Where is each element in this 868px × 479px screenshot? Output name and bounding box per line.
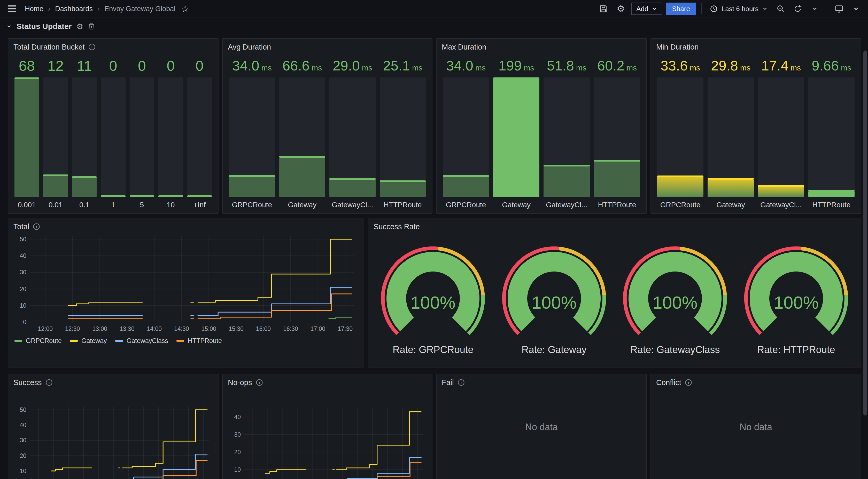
breadcrumb-home[interactable]: Home — [25, 5, 43, 13]
page-scrollbar[interactable] — [863, 50, 867, 415]
panel-title[interactable]: Success Rate — [374, 223, 420, 231]
bar-gauge-value: 34.0ms — [229, 58, 275, 74]
value-number: 60.2 — [597, 58, 624, 73]
bar-gauge-bar[interactable] — [708, 77, 754, 197]
value-number: 34.0 — [232, 58, 259, 73]
panel-title[interactable]: No-ops — [228, 378, 252, 387]
bar-gauge-bar[interactable] — [493, 77, 539, 197]
time-series-chart[interactable]: 12:0012:3013:0013:3014:0014:3015:0015:30… — [14, 390, 213, 479]
x-axis-tick: 16:30 — [283, 326, 298, 332]
row-title[interactable]: Status Updater — [17, 22, 71, 31]
bar-gauge-bar[interactable] — [758, 77, 804, 197]
dashboard-settings-gear-icon[interactable]: ⚙ — [614, 2, 627, 15]
legend-item-httproute[interactable]: HTTPRoute — [177, 337, 222, 345]
legend-label: Gateway — [82, 337, 107, 345]
value-unit: ms — [790, 64, 801, 72]
chart-area: 12:0012:3013:0013:3014:0014:3015:0015:30… — [223, 389, 432, 479]
panel-title[interactable]: Min Duration — [656, 43, 699, 52]
row-collapse-chevron-icon[interactable] — [6, 24, 12, 29]
y-axis-tick: 10 — [234, 466, 241, 473]
panel-title[interactable]: Max Duration — [442, 43, 486, 52]
top-nav: Home › Dashboards › Envoy Gateway Global… — [0, 0, 868, 18]
bar-gauge-bar[interactable] — [101, 77, 125, 197]
legend-item-gateway[interactable]: Gateway — [70, 337, 107, 345]
legend-color-swatch — [177, 340, 184, 342]
bar-gauge-bar[interactable] — [187, 77, 212, 197]
bar-gauge-bar[interactable] — [544, 77, 590, 197]
share-button[interactable]: Share — [666, 3, 696, 15]
info-icon[interactable] — [88, 43, 96, 50]
toolbar-divider — [702, 3, 702, 14]
bar-gauge-value: 0 — [101, 57, 125, 74]
bar-gauge-value: 12 — [43, 57, 68, 74]
breadcrumb-dashboards[interactable]: Dashboards — [55, 5, 93, 13]
bar-gauge-bar[interactable] — [158, 77, 183, 197]
bar-gauge-bar[interactable] — [594, 77, 640, 197]
y-axis-tick: 10 — [20, 468, 26, 474]
info-icon[interactable] — [458, 379, 465, 386]
time-series-chart[interactable]: 12:0012:3013:0013:3014:0014:3015:0015:30… — [229, 390, 427, 479]
panel-header: Total — [8, 218, 364, 233]
info-icon[interactable] — [33, 223, 40, 230]
toolbar-divider — [827, 3, 827, 14]
row-delete-trash-icon[interactable] — [88, 23, 95, 30]
bar-cap — [43, 174, 68, 176]
y-axis-tick: 40 — [234, 414, 241, 420]
panel-header: Success Rate — [368, 218, 861, 233]
breadcrumb-separator: › — [48, 5, 51, 13]
collapse-toolbar-chevron-icon[interactable] — [849, 2, 863, 15]
panel-header: Conflict — [651, 374, 861, 389]
bar-gauge-bar[interactable] — [808, 77, 855, 197]
row-header-status-updater: Status Updater ⚙ — [6, 20, 95, 33]
gauge-arc: 100% — [378, 244, 488, 339]
gauge-rate-httproute: 100%Rate: HTTPRoute — [736, 244, 857, 355]
info-icon[interactable] — [256, 379, 263, 386]
info-icon[interactable] — [45, 379, 53, 386]
row-settings-gear-icon[interactable]: ⚙ — [76, 22, 83, 31]
value-number: 29.8 — [711, 58, 738, 73]
chart-area: 12:0012:3013:0013:3014:0014:3015:0015:30… — [8, 233, 364, 335]
menu-icon[interactable] — [5, 2, 19, 15]
bar-label: 1 — [101, 201, 125, 209]
legend-item-gatewayclass[interactable]: GatewayClass — [115, 337, 168, 345]
bar-cap — [493, 77, 539, 79]
bar-fill — [493, 79, 539, 197]
panel-avg-duration: Avg Duration34.0ms66.6ms29.0ms25.1msGRPC… — [222, 38, 432, 214]
kiosk-monitor-icon[interactable] — [832, 2, 846, 15]
bar-gauge-bar[interactable] — [229, 77, 275, 197]
bar-gauge-bar[interactable] — [43, 77, 68, 197]
panel-header: Success — [8, 374, 218, 389]
bar-gauge-value: 60.2ms — [594, 58, 640, 74]
series-gateway — [265, 470, 306, 473]
refresh-interval-chevron-icon[interactable] — [808, 2, 822, 15]
bar-gauge-bar[interactable] — [130, 77, 154, 197]
bar-gauge-bar[interactable] — [14, 77, 39, 197]
bar-gauge-bar[interactable] — [380, 77, 426, 197]
bar-label: GRPCRoute — [657, 201, 704, 209]
refresh-icon[interactable] — [791, 2, 804, 15]
panel-title[interactable]: Conflict — [656, 378, 681, 387]
bar-cap — [544, 165, 590, 167]
panel-title[interactable]: Avg Duration — [228, 43, 271, 52]
bar-gauge-bar[interactable] — [657, 77, 704, 197]
panel-title[interactable]: Success — [13, 378, 42, 387]
time-range-picker[interactable]: Last 6 hours — [707, 2, 770, 15]
favorite-star-icon[interactable]: ☆ — [179, 2, 192, 15]
panel-title[interactable]: Total — [13, 223, 29, 231]
bar-gauge-value: 0 — [158, 57, 183, 74]
bar-gauge-bar[interactable] — [443, 77, 489, 197]
zoom-out-icon[interactable] — [774, 2, 787, 15]
panel-title[interactable]: Fail — [442, 378, 454, 387]
save-icon[interactable] — [597, 2, 611, 15]
info-icon[interactable] — [685, 379, 692, 386]
value-number: 25.1 — [383, 58, 410, 73]
bar-fill — [279, 158, 326, 197]
add-button[interactable]: Add — [631, 3, 662, 15]
panel-title[interactable]: Total Duration Bucket — [13, 43, 85, 52]
bar-gauge-bar[interactable] — [279, 77, 326, 197]
time-series-chart[interactable]: 12:0012:3013:0013:3014:0014:3015:0015:30… — [14, 234, 359, 335]
bar-gauge-bar[interactable] — [330, 77, 376, 197]
legend-item-grpcroute[interactable]: GRPCRoute — [14, 337, 62, 345]
panel-header: Fail — [437, 374, 646, 389]
bar-gauge-bar[interactable] — [72, 77, 97, 197]
